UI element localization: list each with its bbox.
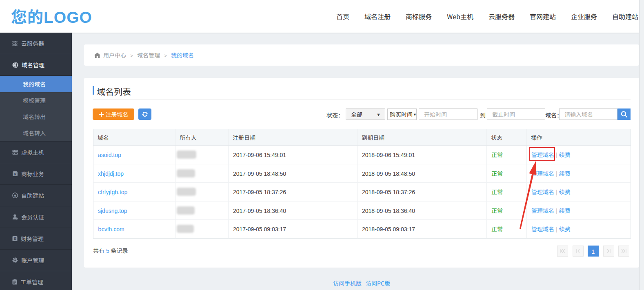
svg-text:¥: ¥ — [14, 236, 16, 241]
svg-text:e: e — [14, 193, 16, 197]
svg-text:R: R — [14, 172, 17, 176]
